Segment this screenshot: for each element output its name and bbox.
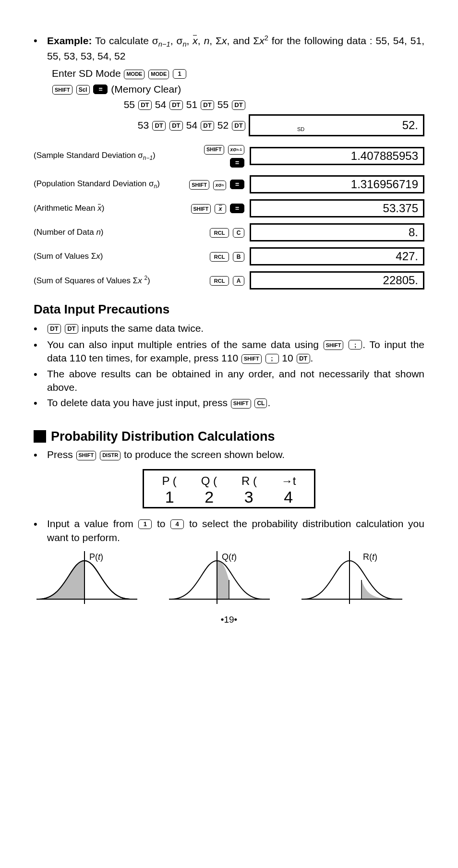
shift-key: SHIFT	[52, 85, 72, 95]
result-box: 22805.	[250, 271, 424, 289]
mem-clear-line: SHIFT Scl = (Memory Clear)	[52, 83, 424, 96]
precautions-title: Data Input Precautions	[34, 301, 424, 318]
shift-key: SHIFT	[324, 340, 344, 350]
entry-block: Enter SD Mode MODE MODE 1 SHIFT Scl = (M…	[52, 67, 424, 136]
equals-key: =	[230, 204, 244, 213]
example-bullet: • Example: To calculate σn−1, σn, x, n, …	[34, 34, 424, 63]
dt-key: DT	[138, 100, 152, 110]
equals-key: =	[230, 180, 244, 189]
stat-key: C	[233, 228, 244, 238]
dt-key: DT	[65, 324, 78, 334]
result-label: (Sum of Squares of Values Σx 2)	[34, 274, 187, 287]
rcl-key: RCL	[210, 276, 229, 286]
prec-4: • To delete data you have just input, pr…	[34, 396, 424, 410]
example-label: Example:	[47, 35, 92, 46]
result-row: (Number of Data n)RCL C8.	[34, 223, 424, 241]
prob-b2: • Input a value from 1 to 4 to select th…	[34, 517, 424, 544]
dt-key: DT	[169, 121, 183, 131]
result-row: (Arithmetic Mean x)SHIFT x =53.375	[34, 199, 424, 217]
shift-key: SHIFT	[76, 451, 96, 460]
result-row: (Sample Standard Deviation σn−1)SHIFT xσ…	[34, 142, 424, 169]
dt-key: DT	[232, 121, 245, 131]
bullet-dot: •	[34, 34, 47, 63]
result-label: (Number of Data n)	[34, 227, 187, 238]
prob-b1: • Press SHIFT DISTR to produce the scree…	[34, 448, 424, 462]
stat-key: xσn	[213, 181, 226, 190]
enter-sd-line: Enter SD Mode MODE MODE 1	[52, 67, 424, 80]
bell-curve-r-icon	[301, 551, 422, 609]
shift-key: SHIFT	[189, 180, 209, 190]
sd-tag: SD	[297, 126, 304, 133]
result-box: 1.407885953	[250, 147, 424, 165]
mode-key: MODE	[124, 70, 145, 79]
four-key: 4	[170, 519, 184, 529]
result-keys: RCL B	[187, 250, 250, 263]
result-row: (Sum of Squares of Values Σx 2)RCL A2280…	[34, 271, 424, 289]
one-key: 1	[173, 69, 186, 79]
page-footer: •19•	[34, 614, 424, 626]
result-label: (Arithmetic Mean x)	[34, 203, 187, 214]
dt-key: DT	[201, 121, 214, 131]
scl-key: Scl	[76, 85, 90, 95]
result-box: 427.	[250, 247, 424, 265]
semi-key: ;	[349, 340, 362, 350]
result-box: 1.316956719	[250, 175, 424, 193]
result-label: (Population Standard Deviation σn)	[34, 179, 187, 190]
result-box: 53.375	[250, 199, 424, 217]
prec-2: • You can also input multiple entries of…	[34, 338, 424, 365]
shift-key: SHIFT	[241, 354, 262, 364]
curve-r: R(t)	[301, 551, 422, 609]
dt-key: DT	[48, 324, 61, 334]
dt-key: DT	[201, 100, 214, 110]
rcl-key: RCL	[210, 252, 229, 262]
screen-first: SD 52.	[249, 114, 424, 136]
stat-key: x	[215, 204, 226, 214]
curve-p: P(t)	[36, 551, 157, 609]
square-bullet-icon	[34, 430, 46, 443]
result-keys: SHIFT x =	[187, 202, 250, 215]
shift-key: SHIFT	[231, 399, 251, 409]
dt-key: DT	[297, 354, 310, 363]
one-key: 1	[138, 519, 152, 529]
dt-key: DT	[152, 121, 166, 131]
prob-title: Probability Distribution Calculations	[51, 428, 275, 445]
example-text: Example: To calculate σn−1, σn, x, n, Σx…	[47, 34, 424, 63]
result-label: (Sample Standard Deviation σn−1)	[34, 150, 187, 162]
rcl-key: RCL	[210, 228, 229, 238]
dt-key: DT	[169, 100, 183, 110]
stat-key: B	[233, 252, 244, 262]
distr-key: DISTR	[100, 451, 121, 460]
stat-key: xσn-1	[228, 145, 244, 155]
stat-key: A	[233, 276, 244, 286]
results-container: (Sample Standard Deviation σn−1)SHIFT xσ…	[34, 142, 424, 289]
shift-key: SHIFT	[204, 145, 224, 155]
prec-3: • The above results can be obtained in a…	[34, 367, 424, 395]
result-row: (Population Standard Deviation σn)SHIFT …	[34, 175, 424, 193]
dt-key: DT	[232, 100, 245, 110]
screen-value: 52.	[402, 118, 418, 133]
mode-key: MODE	[148, 70, 169, 79]
curve-q: Q(t)	[169, 551, 289, 609]
result-keys: SHIFT xσn-1 =	[187, 142, 250, 169]
result-keys: RCL A	[187, 274, 250, 287]
precautions-list: • DT DT inputs the same data twice. • Yo…	[34, 322, 424, 410]
shift-key: SHIFT	[191, 204, 211, 214]
result-row: (Sum of Values Σx)RCL B427.	[34, 247, 424, 265]
distr-screen: P ( Q ( R ( →t 1 2 3 4	[143, 469, 315, 508]
semi-key: ;	[265, 354, 279, 363]
result-label: (Sum of Values Σx)	[34, 251, 187, 262]
prec-1: • DT DT inputs the same data twice.	[34, 322, 424, 336]
data-row-2: 53 DT DT 54 DT 52 DT SD 52.	[52, 114, 424, 136]
equals-key: =	[93, 84, 108, 94]
cl-key: CL	[254, 398, 267, 408]
result-box: 8.	[250, 223, 424, 241]
equals-key: =	[230, 158, 244, 168]
curves-row: P(t) Q(t) R(t)	[34, 551, 424, 609]
prob-heading: Probability Distribution Calculations	[34, 428, 424, 445]
data-row-1: 55 DT 54 DT 51 DT 55 DT	[52, 98, 424, 111]
result-keys: SHIFT xσn =	[187, 178, 250, 191]
result-keys: RCL C	[187, 226, 250, 239]
